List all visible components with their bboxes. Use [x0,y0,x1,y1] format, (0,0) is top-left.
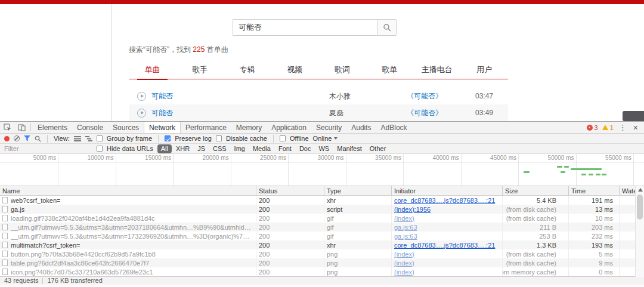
request-initiator-link[interactable]: (index) [392,267,503,276]
search-category-tab[interactable]: 视频 [271,62,319,79]
resource-type-filter[interactable]: Img [231,144,249,153]
search-category-tab[interactable]: 单曲 [129,62,177,79]
resource-type-filter[interactable]: Manifest [333,144,366,153]
scrollbar-thumb[interactable] [637,195,643,220]
devtools-menu-icon[interactable]: ⋮ [618,123,628,132]
device-toolbar-button[interactable] [14,122,29,133]
network-request-row[interactable]: __utm.gif?utmwv=5.5.3&utms=3&utmn=173239… [0,232,644,240]
overview-toggle-icon[interactable] [85,135,92,141]
network-request-row[interactable]: button.png?b70fa33b68e4420ccf62b9d57a9fc… [0,249,644,258]
request-initiator-link[interactable]: ga.js:63 [392,223,503,232]
song-title-link[interactable]: 可能否 [151,91,329,101]
play-icon[interactable] [137,109,146,118]
column-header-name[interactable]: Name [0,186,256,195]
column-header-size[interactable]: Size [503,186,569,195]
search-input[interactable] [233,19,377,36]
song-album-link[interactable]: 《可能否》 [407,108,475,118]
network-request-row[interactable]: web?csrf_token= 200 xhr core_dc87683….js… [0,196,644,205]
request-name-cell[interactable]: ga.js [0,205,256,214]
request-name-cell[interactable]: __utm.gif?utmwv=5.5.3&utms=3&utmn=203718… [0,223,256,232]
request-name-cell[interactable]: button.png?b70fa33b68e4420ccf62b9d57a9fc… [0,249,256,258]
request-initiator-link[interactable]: core_dc87683….js?dc87683….:21 [392,196,503,205]
devtools-tab[interactable]: Performance [181,122,231,133]
request-name-cell[interactable]: loading.gif?338c2f0420af4be1d4d2ea9fa488… [0,214,256,223]
request-initiator-link[interactable]: core_dc87683….js?dc87683….:21 [392,240,503,249]
search-button[interactable] [377,19,397,36]
devtools-tab[interactable]: Memory [231,122,267,133]
scrollbar-up-icon[interactable] [638,188,643,192]
devtools-tab[interactable]: Elements [33,122,72,133]
request-initiator-link[interactable]: ga.js:63 [392,232,503,240]
network-request-row[interactable]: __utm.gif?utmwv=5.5.3&utms=3&utmn=203718… [0,223,644,232]
feedback-widget[interactable] [623,111,644,121]
large-rows-toggle-icon[interactable] [74,135,81,141]
devtools-tab[interactable]: Audits [346,122,376,133]
column-header-initiator[interactable]: Initiator [392,186,503,195]
play-icon[interactable] [137,92,146,101]
resource-type-filter[interactable]: CSS [209,144,230,153]
timeline-canvas[interactable]: 5000 ms 10000 ms 15000 ms 20000 ms 25000… [0,154,644,186]
request-name-cell[interactable]: __utm.gif?utmwv=5.5.3&utms=3&utmn=173239… [0,232,256,240]
filter-toggle-icon[interactable] [24,135,30,141]
search-category-tab[interactable]: 用户 [461,62,509,79]
request-name-cell[interactable]: table.png?6dcf2df4aa3c86ce643fc2666470e7… [0,258,256,267]
search-category-tab[interactable]: 主播电台 [413,62,461,79]
request-initiator-link[interactable]: (index) [392,258,503,267]
column-header-status[interactable]: Status [256,186,324,195]
request-name-cell[interactable]: multimatch?csrf_token= [0,240,256,249]
resource-type-filter[interactable]: Other [366,144,390,153]
preserve-log-checkbox[interactable] [165,135,171,141]
group-by-frame-checkbox[interactable] [97,135,103,141]
disable-cache-checkbox[interactable] [216,135,222,141]
filter-input[interactable] [4,145,92,152]
network-request-row[interactable]: ga.js 200 script (index):1956 (from disk… [0,205,644,214]
resource-type-filter[interactable]: Media [249,144,274,153]
console-warnings-badge[interactable]: 1 [602,124,614,131]
offline-checkbox[interactable] [280,135,286,141]
song-album-link[interactable]: 《可能否》 [407,91,475,101]
throttling-dropdown[interactable]: Online [313,135,338,142]
timeline-tick: 35000 ms [403,154,404,186]
devtools-close-icon[interactable]: × [632,124,639,132]
devtools-tab[interactable]: Network [144,122,181,133]
song-artist-link[interactable]: 夏磊 [329,108,407,118]
search-category-tab[interactable]: 歌单 [366,62,414,79]
resource-type-filter[interactable]: JS [194,144,209,153]
network-request-row[interactable]: multimatch?csrf_token= 200 xhr core_dc87… [0,240,644,249]
search-requests-icon[interactable] [35,135,41,142]
network-request-row[interactable]: icon.png?408c7d075c337210a663d57269fe23c… [0,267,644,276]
search-category-tab[interactable]: 专辑 [224,62,271,79]
devtools-tab[interactable]: Application [267,122,311,133]
resource-type-filter[interactable]: WS [315,144,333,153]
song-title-link[interactable]: 可能否 [151,108,329,118]
song-row[interactable]: 可能否 夏磊 《可能否》 03:49 [129,104,508,121]
search-category-tab[interactable]: 歌词 [318,62,366,79]
network-request-row[interactable]: table.png?6dcf2df4aa3c86ce643fc2666470e7… [0,258,644,267]
resource-type-filter[interactable]: Font [275,144,295,153]
column-header-time[interactable]: Time [569,186,620,195]
request-name-cell[interactable]: icon.png?408c7d075c337210a663d57269fe23c… [0,267,256,276]
resource-type-filter[interactable]: XHR [172,144,193,153]
grid-scrollbar[interactable] [635,186,644,277]
clear-icon[interactable] [14,135,20,141]
search-category-tab[interactable]: 歌手 [177,62,224,79]
request-initiator-link[interactable]: (index):1956 [392,205,503,214]
network-request-row[interactable]: loading.gif?338c2f0420af4be1d4d2ea9fa488… [0,214,644,223]
request-name-cell[interactable]: web?csrf_token= [0,196,256,205]
request-initiator-link[interactable]: (index) [392,249,503,258]
column-header-type[interactable]: Type [324,186,392,195]
resource-type-filter[interactable]: All [157,144,172,153]
request-initiator-link[interactable]: (index) [392,214,503,223]
inspect-element-button[interactable] [0,122,14,133]
devtools-tab[interactable]: AdBlock [376,122,412,133]
devtools-tab[interactable]: Sources [108,122,144,133]
resource-type-filter[interactable]: Doc [296,144,315,153]
song-artist-link[interactable]: 木小雅 [329,91,407,101]
devtools-tab[interactable]: Console [72,122,108,133]
console-errors-badge[interactable]: × 3 [587,124,598,131]
devtools-tab[interactable]: Security [311,122,346,133]
request-time: 0 ms [569,267,620,276]
song-row[interactable]: 可能否 木小雅 《可能否》 03:47 [129,88,508,104]
record-button[interactable] [4,136,10,141]
hide-data-urls-checkbox[interactable] [97,146,103,152]
